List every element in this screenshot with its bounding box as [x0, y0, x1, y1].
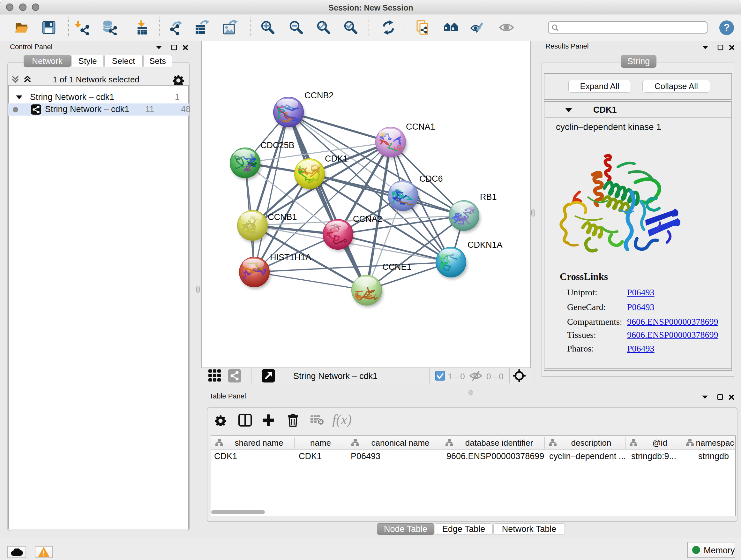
svg-text:CCNE1: CCNE1 — [382, 262, 412, 272]
svg-text:CCNB1: CCNB1 — [268, 212, 297, 222]
svg-text:CCNB2: CCNB2 — [305, 91, 334, 100]
svg-text:RB1: RB1 — [480, 192, 497, 202]
svg-text:CDK1: CDK1 — [325, 154, 348, 164]
svg-text:CDC6: CDC6 — [419, 174, 443, 184]
svg-text:HIST1H1A: HIST1H1A — [270, 253, 311, 262]
svg-text:CDKN1A: CDKN1A — [468, 240, 502, 250]
svg-text:CCNA1: CCNA1 — [406, 122, 435, 132]
svg-text:?: ? — [724, 22, 730, 33]
svg-text:CDC25B: CDC25B — [260, 140, 294, 150]
svg-text:CCNA2: CCNA2 — [353, 214, 382, 224]
